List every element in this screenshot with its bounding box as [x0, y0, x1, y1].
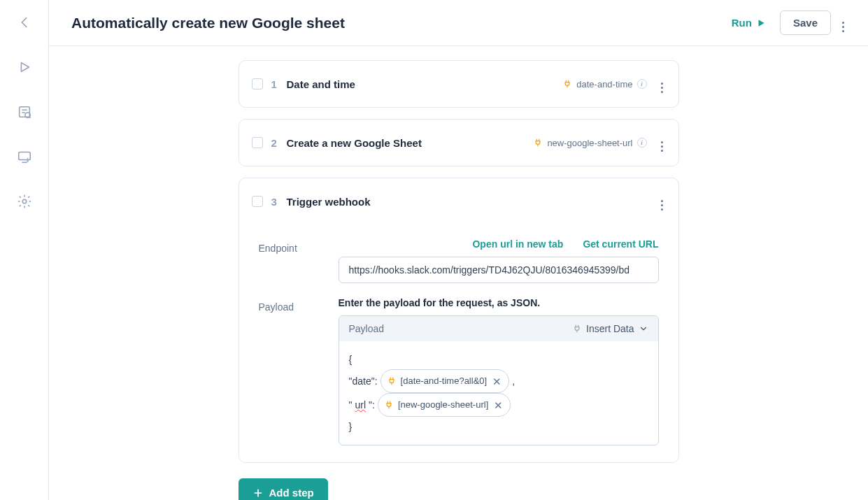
step-tag-label: new-google-sheet-url: [547, 138, 632, 148]
info-icon[interactable]: i: [637, 79, 647, 89]
play-icon[interactable]: [15, 57, 34, 77]
insert-data-label: Insert Data: [586, 323, 634, 334]
endpoint-input[interactable]: [339, 257, 659, 283]
step-header[interactable]: 2 Create a new Google Sheet new-google-s…: [239, 120, 678, 166]
step-number: 1: [271, 78, 278, 90]
step-title: Date and time: [287, 78, 555, 90]
info-icon[interactable]: i: [637, 138, 647, 148]
step-title: Trigger webhook: [287, 196, 647, 208]
token-chip-label: [date-and-time?all&0]: [401, 372, 488, 390]
step-card-3: 3 Trigger webhook Endpoint Open url in n…: [239, 178, 679, 463]
insert-data-button[interactable]: Insert Data: [572, 323, 648, 334]
step-tag-label: date-and-time: [576, 79, 632, 90]
plus-icon: [252, 487, 264, 499]
header-bar: Automatically create new Google sheet Ru…: [49, 0, 868, 46]
payload-body[interactable]: { "date": [date-and-time?all&0]: [339, 341, 658, 445]
add-step-button[interactable]: Add step: [239, 478, 328, 500]
step-output-tag: date-and-time i: [562, 79, 646, 90]
plug-icon: [562, 79, 572, 89]
monitor-alert-icon[interactable]: [15, 147, 34, 166]
chevron-down-icon: [639, 324, 648, 334]
endpoint-label: Endpoint: [259, 238, 322, 283]
json-line-open: {: [349, 350, 648, 369]
step-body: Endpoint Open url in new tab Get current…: [239, 238, 678, 462]
step-title: Create a new Google Sheet: [287, 137, 525, 149]
header-more-icon[interactable]: [838, 10, 848, 36]
chip-remove-icon[interactable]: ✕: [491, 376, 503, 387]
step-checkbox[interactable]: [252, 78, 263, 90]
json-date-trail: ,: [512, 371, 515, 391]
step-header[interactable]: 3 Trigger webhook: [239, 178, 678, 224]
json-line-close: }: [349, 417, 648, 436]
step-more-icon[interactable]: [658, 72, 666, 96]
step-number: 2: [271, 137, 278, 149]
svg-rect-0: [19, 107, 29, 117]
plug-icon: [384, 400, 394, 410]
step-more-icon[interactable]: [658, 131, 666, 155]
token-chip-url[interactable]: [new-google-sheet-url] ✕: [378, 393, 511, 417]
json-url-line: "url": [new-google-sheet-url] ✕: [349, 393, 648, 417]
save-button[interactable]: Save: [780, 10, 831, 35]
payload-head-label: Payload: [349, 323, 385, 334]
json-date-line: "date": [date-and-time?all&0] ✕: [349, 369, 648, 393]
play-fill-icon: [756, 18, 766, 28]
back-icon[interactable]: [15, 13, 34, 32]
svg-point-3: [27, 161, 28, 162]
sidebar: [0, 0, 49, 500]
step-more-icon[interactable]: [658, 190, 666, 213]
json-url-key-open: ": [349, 395, 353, 415]
open-url-link[interactable]: Open url in new tab: [472, 238, 563, 250]
page-title: Automatically create new Google sheet: [71, 15, 345, 31]
svg-rect-2: [18, 152, 30, 160]
svg-point-4: [22, 199, 27, 203]
get-current-url-link[interactable]: Get current URL: [583, 238, 658, 250]
main: Automatically create new Google sheet Ru…: [49, 0, 868, 500]
plug-icon: [387, 376, 397, 386]
json-url-key-word: url: [355, 395, 366, 415]
step-header[interactable]: 1 Date and time date-and-time i: [239, 61, 678, 107]
content-scroll: 1 Date and time date-and-time i: [49, 46, 868, 500]
recordings-icon[interactable]: [15, 102, 34, 122]
settings-icon[interactable]: [15, 192, 34, 211]
add-step-label: Add step: [269, 487, 314, 499]
step-card-1: 1 Date and time date-and-time i: [239, 60, 679, 108]
field-endpoint: Endpoint Open url in new tab Get current…: [259, 238, 659, 283]
plug-icon: [533, 138, 543, 148]
endpoint-link-row: Open url in new tab Get current URL: [339, 238, 659, 250]
steps-list: 1 Date and time date-and-time i: [239, 60, 679, 500]
run-button[interactable]: Run: [723, 11, 774, 34]
step-checkbox[interactable]: [252, 196, 263, 207]
field-payload: Payload Enter the payload for the reques…: [259, 297, 659, 445]
step-number: 3: [271, 196, 278, 208]
step-output-tag: new-google-sheet-url i: [533, 138, 646, 148]
step-card-2: 2 Create a new Google Sheet new-google-s…: [239, 119, 679, 166]
run-label: Run: [732, 17, 752, 29]
payload-hint: Enter the payload for the request, as JS…: [339, 297, 659, 308]
payload-label: Payload: [259, 297, 322, 445]
token-chip-date[interactable]: [date-and-time?all&0] ✕: [380, 369, 510, 393]
chip-remove-icon[interactable]: ✕: [492, 400, 504, 410]
json-date-key: "date":: [349, 371, 378, 391]
payload-editor: Payload Insert Data: [339, 315, 659, 445]
json-url-key-close: ":: [369, 395, 375, 415]
payload-header: Payload Insert Data: [339, 316, 658, 341]
step-checkbox[interactable]: [252, 137, 263, 148]
token-chip-label: [new-google-sheet-url]: [398, 396, 488, 414]
plug-icon: [572, 324, 582, 334]
